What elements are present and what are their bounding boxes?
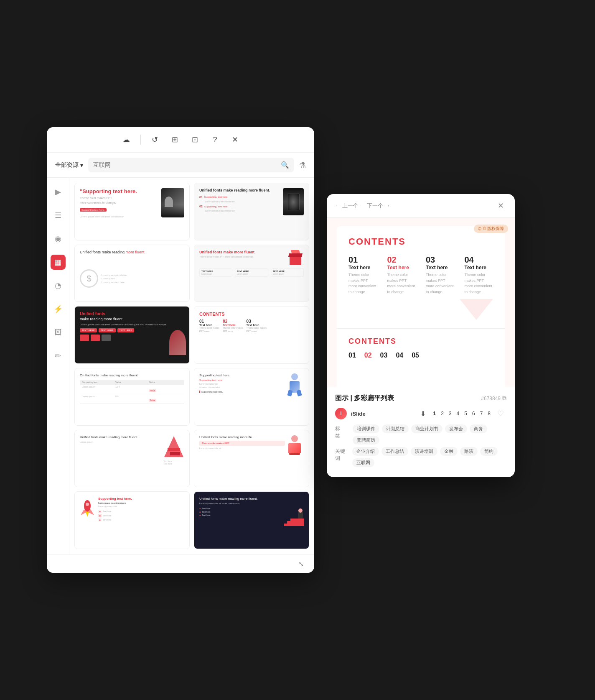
toolbar: ☁ ↺ ⊞ ⊡ ? ✕	[47, 127, 314, 153]
card-contents[interactable]: CONTENTS 01 Text here Theme color makesP…	[194, 306, 309, 364]
tag-5[interactable]: 竞聘简历	[353, 436, 379, 445]
sidebar-item-edit[interactable]: ✏	[51, 348, 66, 363]
slide1-title: CONTENTS	[348, 236, 493, 247]
dark-body: Lorem ipsum dolor sit amet consectetur a…	[80, 323, 166, 327]
card-dark-slide[interactable]: Unified fonts make reading more fluent. …	[74, 306, 190, 364]
author-avatar: i	[335, 408, 347, 419]
card-tunnel[interactable]: Unified fonts make reading more fluent. …	[194, 183, 309, 240]
slide-1: CONTENTS 01 Text here Theme color makes …	[337, 226, 505, 328]
content-area: ▶ ☰ ◉ ▦ ◔ ⚡ 🖼 ✏ "Supporting text here. T…	[47, 178, 314, 554]
page-dot-4[interactable]: 4	[455, 410, 461, 417]
page-dot-2[interactable]: 2	[439, 410, 445, 417]
detail-id: #678849 ⧉	[481, 395, 506, 402]
keyword-4[interactable]: 路演	[460, 447, 478, 456]
dark-tags: TEXT HERE TEXT HERE TEXT HERE	[80, 328, 166, 332]
keyword-2[interactable]: 演讲培训	[411, 447, 437, 456]
detail-author-row: i iSlide ⬇ 1 2 3 4 5 6 7 8 ♡	[335, 408, 506, 419]
slide-2: CONTENTS 01 02 03 04 05	[337, 328, 505, 387]
keyword-0[interactable]: 企业介绍	[352, 447, 379, 456]
author-actions: ⬇ 1 2 3 4 5 6 7 8 ♡	[417, 408, 507, 419]
card-globe[interactable]: Unified fonts make reading more fluent. …	[74, 245, 190, 302]
sidebar-item-list[interactable]: ☰	[51, 208, 66, 223]
filter-icon[interactable]: ⚗	[299, 161, 306, 170]
card-supporting-text[interactable]: "Supporting text here. Theme color makes…	[74, 183, 190, 240]
page-dot-3[interactable]: 3	[447, 410, 453, 417]
keyword-5[interactable]: 简约	[480, 447, 498, 456]
copyright-text: © 版权保障	[483, 226, 504, 232]
search-bar: 全部资源 ▾ 🔍 ⚗	[47, 153, 314, 178]
dark-subtitle: make reading more fluent.	[80, 317, 166, 321]
sidebar-item-play[interactable]: ▶	[51, 184, 66, 199]
bottom-bar: ⤡	[47, 554, 314, 573]
tag-4[interactable]: 商务	[470, 424, 487, 433]
page-dot-6[interactable]: 6	[470, 410, 477, 417]
tag-1[interactable]: 计划总结	[382, 424, 409, 433]
card-person-laptop[interactable]: Unified fonts make reading more flu... T…	[194, 430, 309, 488]
search-input[interactable]	[93, 162, 277, 169]
detail-title: 图示 | 多彩扁平列表	[335, 394, 394, 403]
card-box-diagram[interactable]: Unified fonts make more fluent. Theme co…	[194, 245, 309, 302]
card-rocket[interactable]: Supporting text here. fonts make reading…	[74, 491, 190, 549]
slide1-item-4: 04 Text here Theme color makes PPT more …	[465, 255, 493, 295]
main-panel: ☁ ↺ ⊞ ⊡ ? ✕ 全部资源 ▾ 🔍 ⚗ ▶ ☰	[47, 127, 314, 573]
favorite-button[interactable]: ♡	[495, 408, 506, 419]
page-dot-5[interactable]: 5	[463, 410, 469, 417]
page-dot-8[interactable]: 8	[486, 410, 492, 417]
download-button[interactable]: ⬇	[417, 408, 429, 419]
prev-nav-button[interactable]: ← 上一个	[335, 202, 359, 209]
slide1-items: 01 Text here Theme color makes PPT more …	[348, 255, 493, 295]
contents-title: CONTENTS	[199, 312, 225, 317]
card-grid: "Supporting text here. Theme color makes…	[69, 178, 314, 554]
copyright-badge: © © 版权保障	[474, 225, 508, 233]
card-stairs[interactable]: Unified fonts make reading more fluent. …	[194, 491, 309, 549]
help-icon[interactable]: ?	[209, 134, 221, 146]
keyword-6[interactable]: 互联网	[352, 458, 374, 467]
card-pyramid[interactable]: Unified fonts make reading more fluent. …	[74, 430, 190, 488]
toolbar-divider	[140, 135, 141, 145]
tag-0[interactable]: 培训课件	[353, 424, 379, 433]
sidebar-item-palette[interactable]: ◉	[51, 231, 66, 246]
source-selector[interactable]: 全部资源 ▾	[55, 161, 83, 169]
slide1-item-3: 03 Text here Theme color makes PPT more …	[426, 255, 455, 295]
grid-icon[interactable]: ⊞	[169, 134, 181, 146]
card-1-tag: Supporting text here.	[80, 208, 107, 212]
slide1-item-2: 02 Text here Theme color makes PPT more …	[387, 255, 416, 295]
contents-items: 01 Text here Theme color makesPPT more 0…	[199, 319, 267, 333]
tag-2[interactable]: 商业计划书	[411, 424, 442, 433]
cloud-icon[interactable]: ☁	[120, 134, 132, 146]
chevron-down-icon: ▾	[80, 162, 83, 169]
sidebar-item-chart[interactable]: ◔	[51, 278, 66, 293]
copy-icon[interactable]: ⧉	[502, 395, 506, 402]
detail-nav: ← 上一个 下一个 →	[335, 202, 390, 209]
keyword-1[interactable]: 工作总结	[381, 447, 408, 456]
card-table[interactable]: On find fonts make reading more fluent. …	[74, 368, 190, 426]
svg-point-6	[86, 503, 89, 506]
slide1-item-1: 01 Text here Theme color makes PPT more …	[348, 255, 377, 295]
source-label: 全部资源	[55, 161, 79, 169]
slide2-nums: 01 02 03 04 05	[348, 352, 493, 359]
refresh-icon[interactable]: ↺	[149, 134, 161, 146]
sidebar-item-image[interactable]: 🖼	[51, 325, 66, 340]
detail-close-button[interactable]: ✕	[495, 200, 506, 212]
close-icon[interactable]: ✕	[229, 134, 241, 146]
page-dot-1[interactable]: 1	[432, 410, 438, 417]
detail-panel: ← 上一个 下一个 → ✕ © © 版权保障 CONTENTS 01 Text …	[327, 194, 515, 477]
search-icon[interactable]: 🔍	[281, 161, 289, 169]
keywords-label: 关键词	[335, 447, 349, 462]
expand-icon[interactable]: ⤡	[296, 559, 306, 569]
page-dot-7[interactable]: 7	[478, 410, 485, 417]
card-character[interactable]: Supporting text here. Supporting text he…	[194, 368, 309, 426]
tags-label: 标 签	[335, 424, 349, 439]
keyword-3[interactable]: 金融	[440, 447, 458, 456]
layout-icon[interactable]: ⊡	[189, 134, 201, 146]
sidebar-item-slides[interactable]: ▦	[51, 255, 66, 270]
slide-preview: © © 版权保障 CONTENTS 01 Text here Theme col…	[327, 218, 515, 387]
tags-row: 标 签 培训课件 计划总结 商业计划书 发布会 商务 竞聘简历	[335, 424, 506, 445]
tag-3[interactable]: 发布会	[445, 424, 467, 433]
keywords-list: 企业介绍 工作总结 演讲培训 金融 路演 简约 互联网	[352, 447, 506, 467]
detail-header: ← 上一个 下一个 → ✕	[327, 194, 515, 218]
sidebar-item-lightning[interactable]: ⚡	[51, 301, 66, 317]
slide2-title: CONTENTS	[348, 337, 493, 346]
next-nav-button[interactable]: 下一个 →	[367, 202, 390, 209]
search-input-wrap: 🔍	[88, 158, 294, 172]
